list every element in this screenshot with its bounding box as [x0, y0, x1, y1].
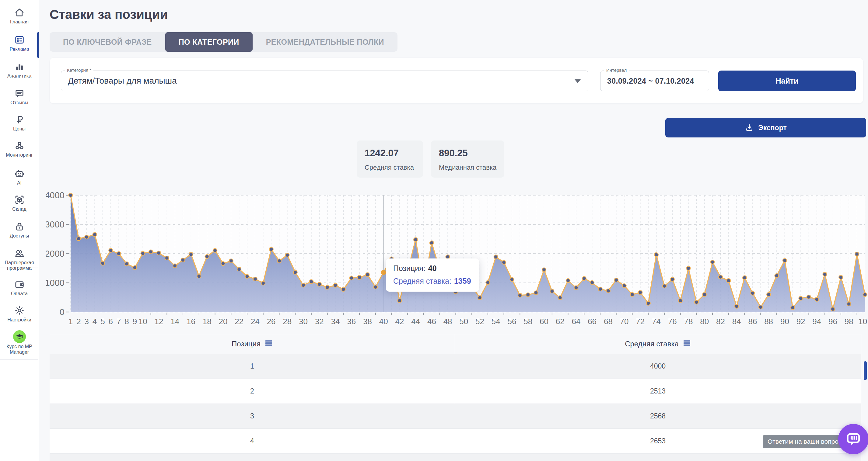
monitoring-icon	[0, 140, 39, 152]
tab-by-category[interactable]: ПО КАТЕГОРИИ	[165, 32, 253, 52]
filter-card: Категория * Детям/Товары для малыша Инте…	[50, 58, 863, 103]
chat-button[interactable]	[838, 424, 868, 454]
sidebar: ГлавнаяРекламаАналитикаОтзывыЦеныМонитор…	[0, 0, 39, 461]
svg-text:4000: 4000	[45, 191, 64, 200]
export-button[interactable]: Экспорт	[665, 118, 866, 137]
sidebar-item-course[interactable]: Курс по MP Manager	[0, 330, 39, 355]
column-header-position[interactable]: Позиция	[50, 334, 455, 354]
svg-text:60: 60	[539, 317, 549, 326]
tab-bar: ПО КЛЮЧЕВОЙ ФРАЗЕПО КАТЕГОРИИРЕКОМЕНДАТЕ…	[50, 32, 398, 52]
stat-value: 890.25	[439, 148, 496, 159]
table-scrollbar[interactable]	[864, 361, 867, 380]
table-row[interactable]: 22513	[50, 379, 861, 404]
ai-icon	[0, 168, 39, 179]
dropdown-caret-icon[interactable]	[575, 79, 581, 83]
svg-text:96: 96	[829, 317, 837, 326]
cell-position: 1	[50, 354, 455, 378]
sidebar-item-reviews[interactable]: Отзывы	[0, 88, 39, 105]
svg-text:20: 20	[219, 317, 227, 326]
sidebar-item-ads[interactable]: Реклама	[0, 34, 39, 52]
table-row[interactable]: 14000	[50, 354, 861, 379]
svg-text:32: 32	[315, 317, 324, 326]
active-indicator	[37, 32, 39, 58]
sidebar-item-access[interactable]: Доступы	[0, 221, 39, 239]
table-row[interactable]: 32568	[50, 404, 861, 429]
svg-text:10: 10	[138, 317, 147, 326]
find-button[interactable]: Найти	[718, 71, 856, 91]
cell-position: 2	[50, 379, 455, 403]
svg-text:66: 66	[588, 317, 596, 326]
payment-icon	[0, 278, 39, 290]
reviews-icon	[0, 88, 39, 99]
sidebar-item-label: Мониторинг	[0, 152, 39, 158]
sidebar-item-label: Цены	[0, 126, 39, 132]
course-icon	[13, 330, 26, 343]
cell-average-bid: 4000	[455, 354, 861, 378]
interval-input-value: 30.09.2024 ~ 07.10.2024	[607, 77, 694, 86]
svg-text:46: 46	[427, 317, 436, 326]
category-select[interactable]: Категория * Детям/Товары для малыша	[61, 71, 588, 91]
sidebar-item-analytics[interactable]: Аналитика	[0, 61, 39, 79]
svg-text:2: 2	[76, 317, 81, 326]
svg-text:4: 4	[93, 317, 97, 326]
cell-average-bid: 2568	[455, 404, 861, 428]
svg-text:3: 3	[84, 317, 89, 326]
svg-text:98: 98	[844, 317, 854, 326]
tooltip-position-value: 40	[428, 264, 437, 272]
svg-text:26: 26	[267, 317, 276, 326]
svg-text:24: 24	[251, 317, 259, 326]
svg-text:100: 100	[858, 317, 867, 326]
sidebar-item-ai[interactable]: AI	[0, 168, 39, 186]
svg-text:72: 72	[636, 317, 645, 326]
svg-text:92: 92	[797, 317, 805, 326]
svg-text:80: 80	[700, 317, 709, 326]
bids-chart[interactable]: 0100020003000400012345678910121416182022…	[45, 191, 867, 334]
stat-label: Средняя ставка	[365, 164, 415, 171]
sidebar-item-label: Оплата	[0, 291, 39, 296]
column-header-average-bid[interactable]: Средняя ставка	[455, 334, 861, 354]
prices-icon	[0, 114, 39, 125]
interval-input[interactable]: Интервал 30.09.2024 ~ 07.10.2024	[600, 71, 709, 91]
svg-text:3000: 3000	[45, 220, 64, 229]
cell-average-bid: 2513	[455, 379, 861, 403]
table-row[interactable]: 42653	[50, 429, 861, 454]
svg-text:16: 16	[187, 317, 195, 326]
average-bid-card: 1242.07Средняя ставка	[357, 140, 423, 177]
sidebar-divider	[0, 359, 38, 360]
column-menu-icon[interactable]	[683, 340, 691, 348]
sidebar-item-label: Склад	[0, 206, 39, 212]
svg-text:86: 86	[748, 317, 757, 326]
stat-label: Медианная ставка	[439, 164, 496, 171]
sidebar-item-home[interactable]: Главная	[0, 7, 39, 25]
table-header: ПозицияСредняя ставка	[50, 334, 861, 354]
svg-text:5: 5	[100, 317, 105, 326]
svg-text:40: 40	[379, 317, 388, 326]
sidebar-item-label: Реклама	[0, 46, 39, 52]
svg-text:58: 58	[524, 317, 532, 326]
sidebar-item-label: Настройки	[0, 317, 39, 323]
chat-tooltip: Ответим на ваши вопросы	[763, 435, 851, 448]
bids-table: ПозицияСредняя ставка1400022513325684265…	[50, 334, 861, 461]
svg-text:14: 14	[170, 317, 179, 326]
sidebar-item-prices[interactable]: Цены	[0, 114, 39, 132]
tooltip-bid-label: Средняя ставка:	[393, 277, 451, 285]
download-icon	[745, 123, 754, 132]
sidebar-item-partners[interactable]: Партнерская программа	[0, 248, 39, 271]
column-menu-icon[interactable]	[265, 340, 273, 348]
svg-text:2000: 2000	[45, 249, 64, 259]
svg-text:94: 94	[812, 317, 821, 326]
sidebar-item-monitoring[interactable]: Мониторинг	[0, 140, 39, 158]
export-button-label: Экспорт	[758, 124, 786, 132]
settings-icon	[0, 305, 39, 316]
svg-text:74: 74	[652, 317, 661, 326]
sidebar-item-settings[interactable]: Настройки	[0, 305, 39, 323]
sidebar-item-label: Доступы	[0, 233, 39, 239]
tab-by-keyword[interactable]: ПО КЛЮЧЕВОЙ ФРАЗЕ	[50, 32, 165, 52]
svg-text:54: 54	[492, 317, 500, 326]
page-title: Ставки за позиции	[50, 7, 168, 22]
tab-recommendation-shelves[interactable]: РЕКОМЕНДАТЕЛЬНЫЕ ПОЛКИ	[253, 32, 398, 52]
sidebar-item-warehouse[interactable]: Склад	[0, 194, 39, 212]
sidebar-item-payment[interactable]: Оплата	[0, 278, 39, 296]
table-row-partial[interactable]	[50, 454, 861, 461]
category-select-value: Детям/Товары для малыша	[68, 76, 177, 86]
